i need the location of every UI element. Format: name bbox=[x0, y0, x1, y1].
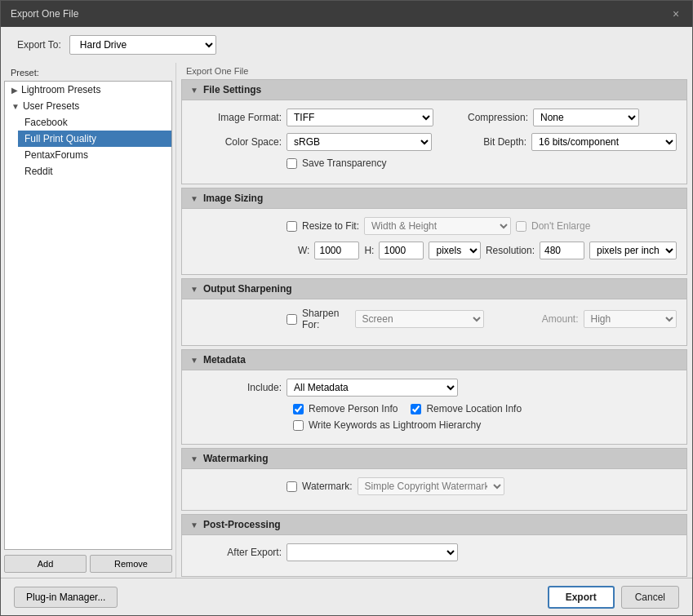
remove-person-checkbox[interactable] bbox=[293, 404, 304, 414]
after-export-select[interactable]: Do Nothing Show in Finder Open in Lightr… bbox=[287, 543, 458, 561]
image-sizing-section: ▼ Image Sizing Resize to Fit: Width & He… bbox=[181, 188, 687, 275]
post-processing-body: After Export: Do Nothing Show in Finder … bbox=[182, 535, 686, 576]
watermark-checkbox-label[interactable]: Watermark: bbox=[287, 481, 353, 492]
amount-label: Amount: bbox=[489, 313, 579, 325]
sharpen-for-select[interactable]: Screen bbox=[355, 310, 484, 328]
bit-depth-label: Bit Depth: bbox=[437, 136, 526, 148]
sidebar-item-label: Lightroom Presets bbox=[21, 84, 100, 95]
image-format-select[interactable]: TIFF bbox=[287, 109, 433, 126]
output-sharpening-body: Sharpen For: Screen Amount: High bbox=[182, 299, 686, 345]
main-content: Preset: ▶ Lightroom Presets ▼ User Prese… bbox=[1, 63, 692, 578]
write-keywords-checkbox[interactable] bbox=[293, 420, 304, 431]
close-button[interactable]: × bbox=[669, 7, 682, 20]
title-bar: Export One File × bbox=[1, 1, 692, 27]
post-processing-title: Post-Processing bbox=[203, 519, 281, 530]
plugin-manager-button[interactable]: Plug-in Manager... bbox=[14, 587, 118, 608]
compression-select[interactable]: None bbox=[533, 109, 639, 126]
resize-row: Resize to Fit: Width & Height Don't Enla… bbox=[192, 217, 677, 235]
sidebar-item-user-presets[interactable]: ▼ User Presets bbox=[5, 98, 171, 114]
sidebar-tree: ▶ Lightroom Presets ▼ User Presets Faceb… bbox=[4, 81, 172, 550]
dont-enlarge-label[interactable]: Don't Enlarge bbox=[516, 220, 590, 232]
user-presets-children: Facebook Full Print Quality PentaxForums… bbox=[5, 114, 171, 179]
watermark-row: Watermark: Simple Copyright Watermark bbox=[192, 477, 677, 495]
sidebar-item-label: Facebook bbox=[24, 117, 68, 128]
remove-preset-button[interactable]: Remove bbox=[90, 555, 172, 573]
save-transparency-checkbox[interactable] bbox=[287, 158, 297, 169]
output-sharpening-title: Output Sharpening bbox=[203, 283, 292, 295]
bottom-bar: Plug-in Manager... Export Cancel bbox=[1, 578, 692, 615]
sidebar-footer: Add Remove bbox=[1, 550, 175, 578]
image-sizing-header[interactable]: ▼ Image Sizing bbox=[182, 188, 686, 209]
write-keywords-label[interactable]: Write Keywords as Lightroom Hierarchy bbox=[293, 419, 481, 431]
after-export-row: After Export: Do Nothing Show in Finder … bbox=[192, 543, 677, 561]
sidebar-item-lightroom-presets[interactable]: ▶ Lightroom Presets bbox=[5, 82, 171, 98]
sidebar-item-label: User Presets bbox=[23, 100, 79, 112]
sidebar: Preset: ▶ Lightroom Presets ▼ User Prese… bbox=[1, 63, 176, 578]
sidebar-item-facebook[interactable]: Facebook bbox=[18, 114, 171, 131]
metadata-body: Include: All Metadata Remove Person Info bbox=[182, 370, 686, 444]
watermarking-title: Watermarking bbox=[203, 453, 269, 464]
output-sharpening-header[interactable]: ▼ Output Sharpening bbox=[182, 279, 686, 299]
h-label: H: bbox=[364, 245, 374, 256]
remove-location-label[interactable]: Remove Location Info bbox=[411, 403, 522, 414]
dimensions-row: W: H: pixels Resolution: pixels per inch bbox=[192, 242, 677, 259]
resolution-unit-select[interactable]: pixels per inch bbox=[589, 242, 677, 259]
sidebar-item-reddit[interactable]: Reddit bbox=[18, 163, 171, 179]
export-to-select[interactable]: Hard Drive Email CD/DVD bbox=[69, 35, 216, 55]
post-processing-header[interactable]: ▼ Post-Processing bbox=[182, 515, 686, 535]
sharpen-for-row: Sharpen For: Screen Amount: High bbox=[192, 308, 677, 330]
resolution-label: Resolution: bbox=[486, 245, 535, 256]
save-transparency-label[interactable]: Save Transparency bbox=[287, 157, 386, 169]
sharpen-for-checkbox[interactable] bbox=[287, 314, 297, 325]
export-dialog: Export One File × Export To: Hard Drive … bbox=[0, 0, 693, 616]
sidebar-item-full-print-quality[interactable]: Full Print Quality bbox=[18, 131, 171, 147]
watermark-select[interactable]: Simple Copyright Watermark bbox=[358, 477, 504, 495]
sidebar-item-label: PentaxForums bbox=[24, 149, 88, 161]
export-to-label: Export To: bbox=[17, 39, 61, 51]
remove-location-checkbox[interactable] bbox=[411, 404, 421, 414]
section-toggle-icon: ▼ bbox=[190, 356, 198, 365]
resize-fit-select[interactable]: Width & Height bbox=[364, 217, 511, 235]
cancel-button[interactable]: Cancel bbox=[621, 586, 679, 609]
watermarking-header[interactable]: ▼ Watermarking bbox=[182, 449, 686, 469]
export-button[interactable]: Export bbox=[548, 586, 615, 609]
include-select[interactable]: All Metadata bbox=[287, 379, 458, 397]
image-format-row: Image Format: TIFF Compression: None bbox=[192, 109, 677, 126]
file-settings-title: File Settings bbox=[203, 84, 261, 95]
metadata-section: ▼ Metadata Include: All Metadata bbox=[181, 349, 687, 445]
after-export-label: After Export: bbox=[192, 547, 282, 558]
include-label: Include: bbox=[192, 382, 282, 393]
height-input[interactable] bbox=[379, 242, 424, 259]
image-sizing-title: Image Sizing bbox=[203, 193, 263, 204]
add-preset-button[interactable]: Add bbox=[4, 555, 87, 573]
export-to-row: Export To: Hard Drive Email CD/DVD bbox=[1, 27, 692, 63]
section-toggle-icon: ▼ bbox=[190, 454, 198, 463]
dont-enlarge-checkbox[interactable] bbox=[516, 221, 526, 232]
sidebar-item-pentaxforums[interactable]: PentaxForums bbox=[18, 147, 171, 163]
color-space-select[interactable]: sRGB bbox=[287, 133, 432, 151]
bit-depth-select[interactable]: 16 bits/component bbox=[531, 133, 677, 151]
panel-header: Export One File bbox=[176, 63, 692, 79]
watermarking-body: Watermark: Simple Copyright Watermark bbox=[182, 469, 686, 510]
sidebar-item-label: Full Print Quality bbox=[24, 133, 96, 144]
compression-label: Compression: bbox=[438, 112, 528, 123]
resize-checkbox-label[interactable]: Resize to Fit: bbox=[287, 220, 359, 232]
watermark-checkbox[interactable] bbox=[287, 481, 297, 492]
arrow-icon: ▼ bbox=[11, 102, 20, 111]
color-space-row: Color Space: sRGB Bit Depth: 16 bits/com… bbox=[192, 133, 677, 151]
output-sharpening-section: ▼ Output Sharpening Sharpen For: Screen bbox=[181, 278, 687, 346]
save-transparency-row: Save Transparency bbox=[192, 157, 677, 169]
metadata-header[interactable]: ▼ Metadata bbox=[182, 350, 686, 370]
arrow-icon: ▶ bbox=[11, 86, 18, 95]
pixels-unit-select[interactable]: pixels bbox=[429, 242, 481, 259]
resize-checkbox[interactable] bbox=[287, 221, 297, 232]
amount-select[interactable]: High bbox=[584, 310, 677, 328]
width-input[interactable] bbox=[314, 242, 359, 259]
remove-person-label[interactable]: Remove Person Info bbox=[293, 403, 398, 414]
sharpen-for-checkbox-label[interactable]: Sharpen For: bbox=[287, 308, 350, 330]
file-settings-section: ▼ File Settings Image Format: TIFF Compr… bbox=[181, 79, 687, 184]
section-toggle-icon: ▼ bbox=[190, 521, 198, 530]
file-settings-header[interactable]: ▼ File Settings bbox=[182, 80, 686, 100]
resolution-input[interactable] bbox=[540, 242, 584, 259]
section-toggle-icon: ▼ bbox=[190, 285, 198, 294]
